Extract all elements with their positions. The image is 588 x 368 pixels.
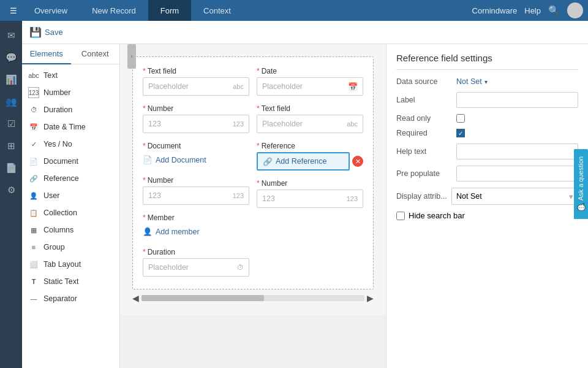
- element-user-label: User: [43, 191, 59, 200]
- field-member-label: * Member: [143, 213, 249, 222]
- form-scroll-area: › * Text field Placeholder abc: [120, 44, 386, 368]
- elements-panel: Elements Context abc Text 123 Number ⏱ D…: [22, 44, 120, 368]
- prepopulate-input[interactable]: [456, 166, 578, 182]
- reference-field-settings-panel: Reference field settings Data source Not…: [386, 44, 588, 368]
- element-collection-label: Collection: [43, 209, 77, 217]
- panel-collapse-button[interactable]: ›: [127, 44, 136, 69]
- element-group-label: Group: [43, 243, 65, 251]
- element-text[interactable]: abc Text: [22, 67, 119, 84]
- datasource-dropdown[interactable]: Not Set ▾: [456, 77, 488, 86]
- field-text2-input[interactable]: Placeholder abc: [257, 115, 363, 133]
- field-number2-input[interactable]: 123 123: [143, 186, 249, 205]
- element-document[interactable]: 📄 Document: [22, 153, 119, 170]
- tab-elements[interactable]: Elements: [22, 44, 71, 64]
- sidebar-icon-settings[interactable]: ⚙: [1, 180, 21, 200]
- field-duration: * Duration Placeholder ⏱: [143, 248, 249, 277]
- top-navigation: ☰ Overview New Record Form Context Corni…: [0, 0, 588, 21]
- sidebar-icon-chat[interactable]: 💬: [1, 48, 21, 67]
- readonly-checkbox[interactable]: [456, 114, 465, 123]
- tablayout-element-icon: ⬜: [28, 259, 39, 270]
- setting-label: Label: [396, 92, 578, 108]
- elements-list: abc Text 123 Number ⏱ Duration 📅 Date & …: [22, 64, 119, 368]
- form-area: › * Text field Placeholder abc: [120, 44, 386, 315]
- add-document-button[interactable]: 📄 Add Document: [143, 152, 249, 167]
- reference-element-icon: 🔗: [28, 173, 39, 184]
- field-date-input[interactable]: Placeholder 📅: [257, 77, 363, 96]
- required-star: *: [143, 213, 146, 222]
- element-static-text[interactable]: T Static Text: [22, 273, 119, 290]
- sidebar-icon-document[interactable]: 📄: [1, 158, 21, 178]
- field-date-label: * Date: [257, 67, 363, 75]
- scroll-right-arrow[interactable]: ▶: [367, 293, 374, 303]
- required-label: Required: [396, 129, 451, 137]
- duration-type-icon: ⏱: [237, 264, 244, 271]
- tab-overview[interactable]: Overview: [22, 0, 80, 21]
- ask-question-icon: 💬: [577, 204, 585, 212]
- add-member-button[interactable]: 👤 Add member: [143, 224, 249, 239]
- required-star: *: [257, 142, 260, 150]
- element-user[interactable]: 👤 User: [22, 187, 119, 204]
- element-datetime[interactable]: 📅 Date & Time: [22, 118, 119, 136]
- field-number-input[interactable]: 123 123: [143, 115, 249, 133]
- sidebar-icon-activity[interactable]: 📊: [1, 70, 21, 90]
- element-yesno[interactable]: ✓ Yes / No: [22, 136, 119, 153]
- add-reference-button[interactable]: 🔗 Add Reference: [257, 152, 350, 171]
- ask-question-sidebar[interactable]: 💬 Ask a question: [574, 149, 588, 219]
- datasource-arrow-icon: ▾: [484, 79, 488, 85]
- hidesearchbar-checkbox[interactable]: [396, 212, 405, 220]
- element-duration[interactable]: ⏱ Duration: [22, 101, 119, 118]
- field-document-label: * Document: [143, 142, 249, 150]
- sidebar-icon-users[interactable]: 👥: [1, 92, 21, 112]
- displayattrib-arrow-icon: ▾: [569, 192, 573, 201]
- duration-element-icon: ⏱: [28, 104, 39, 115]
- element-group[interactable]: ≡ Group: [22, 239, 119, 256]
- helptext-input[interactable]: [456, 144, 578, 159]
- setting-helptext: Help text: [396, 144, 578, 159]
- tab-form[interactable]: Form: [148, 0, 191, 21]
- sidebar-icon-tasks[interactable]: ☑: [1, 114, 21, 134]
- element-document-label: Document: [43, 157, 78, 166]
- field-text2-label: * Text field: [257, 104, 363, 113]
- search-icon[interactable]: 🔍: [548, 5, 560, 16]
- avatar[interactable]: [567, 2, 583, 18]
- displayattrib-dropdown[interactable]: Not Set ▾: [451, 188, 578, 205]
- save-button[interactable]: 💾 Save: [29, 26, 63, 38]
- element-columns[interactable]: ▦ Columns: [22, 221, 119, 239]
- tab-new-record[interactable]: New Record: [80, 0, 148, 21]
- prepopulate-label: Pre populate: [396, 169, 451, 178]
- field-number3-input[interactable]: 123 123: [257, 190, 363, 208]
- required-checkbox[interactable]: ✓: [456, 129, 465, 137]
- element-reference[interactable]: 🔗 Reference: [22, 170, 119, 187]
- sidebar-icon-grid[interactable]: ⊞: [1, 136, 21, 156]
- text2-type-icon: abc: [347, 120, 358, 128]
- required-star: *: [143, 104, 146, 113]
- panel-tabs: Elements Context: [22, 44, 119, 64]
- element-number[interactable]: 123 Number: [22, 84, 119, 101]
- field-number2: * Number 123 123: [143, 176, 249, 205]
- element-tab-layout[interactable]: ⬜ Tab Layout: [22, 256, 119, 273]
- panel-title: Reference field settings: [396, 53, 578, 70]
- number3-type-icon: 123: [347, 195, 358, 202]
- field-duration-input[interactable]: Placeholder ⏱: [143, 258, 249, 277]
- element-separator[interactable]: — Separator: [22, 290, 119, 307]
- required-star: *: [143, 176, 146, 185]
- element-datetime-label: Date & Time: [43, 123, 86, 131]
- left-sidebar: ✉ 💬 📊 👥 ☑ ⊞ 📄 ⚙: [0, 21, 22, 368]
- help-link[interactable]: Help: [524, 6, 541, 15]
- tab-context[interactable]: Context: [71, 44, 120, 64]
- setting-datasource: Data source Not Set ▾: [396, 77, 578, 86]
- element-collection[interactable]: 📋 Collection: [22, 204, 119, 221]
- label-input[interactable]: [456, 92, 578, 108]
- calendar-icon: 📅: [348, 82, 358, 91]
- sidebar-icon-notifications[interactable]: ✉: [1, 26, 21, 45]
- remove-reference-button[interactable]: ✕: [352, 156, 363, 167]
- field-text-input[interactable]: Placeholder abc: [143, 77, 249, 96]
- tab-context[interactable]: Context: [191, 0, 243, 21]
- collection-element-icon: 📋: [28, 207, 39, 218]
- menu-icon[interactable]: ☰: [5, 0, 22, 21]
- field-date: * Date Placeholder 📅: [257, 67, 363, 96]
- element-statictext-label: Static Text: [43, 277, 78, 286]
- scroll-left-arrow[interactable]: ◀: [132, 293, 139, 303]
- datasource-value: Not Set: [456, 77, 482, 86]
- element-tablayout-label: Tab Layout: [43, 260, 81, 269]
